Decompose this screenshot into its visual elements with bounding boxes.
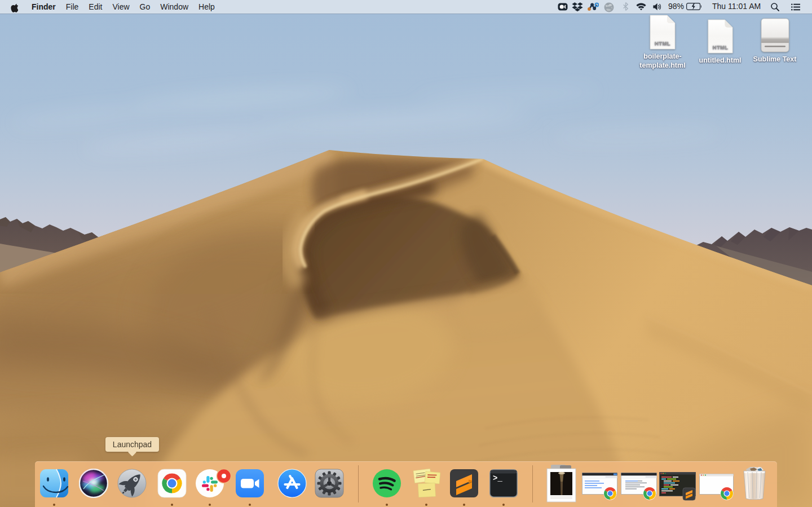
- svg-text:HTML: HTML: [712, 45, 727, 50]
- svg-text:>_: >_: [493, 474, 502, 483]
- svg-text:HTML: HTML: [655, 40, 670, 46]
